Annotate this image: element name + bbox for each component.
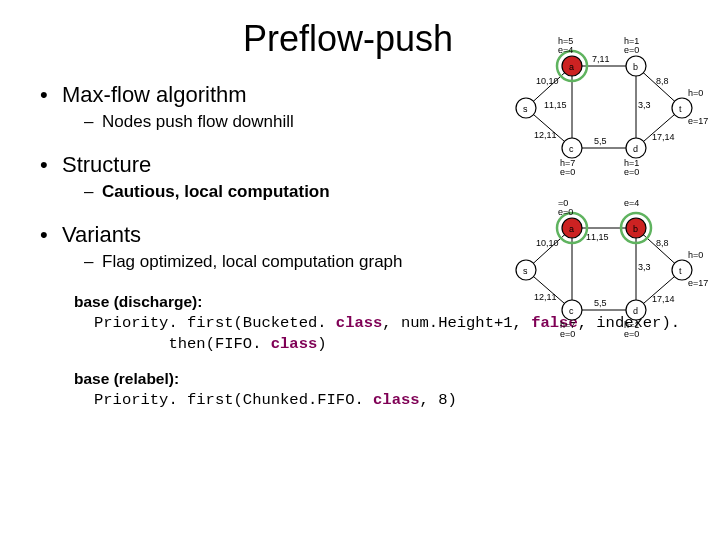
graph-lower: 10,10 12,11 11,15 5,5 8,8 17,14 3,3 s a … — [496, 198, 706, 338]
code-relabel: base (relabel): Priority. first(Chunked.… — [74, 369, 692, 411]
sub-text: Nodes push flow downhill — [102, 112, 294, 131]
node-label: e=0 — [624, 45, 639, 55]
node-label: e=0 — [624, 167, 639, 177]
edge-label: 17,14 — [652, 294, 675, 304]
node-s: s — [523, 104, 528, 114]
node-b: b — [633, 62, 638, 72]
node-label: e=17 — [688, 116, 708, 126]
edge-label: 5,5 — [594, 298, 607, 308]
node-d: d — [633, 144, 638, 154]
node-s: s — [523, 266, 528, 276]
svg-point-14 — [672, 98, 692, 118]
code-frag: , 8) — [420, 391, 457, 409]
edge-label: 5,5 — [594, 136, 607, 146]
svg-point-30 — [672, 260, 692, 280]
edge-label: 8,8 — [656, 238, 669, 248]
code-frag: Priority. first(Chunked.FIFO. — [94, 391, 373, 409]
edge-label: 3,3 — [638, 100, 651, 110]
node-label: e=17 — [688, 278, 708, 288]
bullet-text: Max-flow algorithm — [62, 82, 247, 107]
edge-label: 7,11 — [592, 54, 610, 64]
node-label: e=0 — [560, 329, 575, 339]
code-line: Priority. first(Chunked.FIFO. class, 8) — [94, 390, 692, 411]
node-a: a — [569, 224, 574, 234]
node-label: e=0 — [560, 167, 575, 177]
node-label: e=4 — [558, 45, 573, 55]
edge-label: 10,10 — [536, 238, 559, 248]
node-b: b — [633, 224, 638, 234]
edge-label: 8,8 — [656, 76, 669, 86]
node-c: c — [569, 306, 574, 316]
edge-label: 17,14 — [652, 132, 675, 142]
edge-label: 12,11 — [534, 130, 557, 140]
bullet-text: Variants — [62, 222, 141, 247]
node-label: e=0 — [624, 329, 639, 339]
edge-label: 11,15 — [544, 100, 567, 110]
code-frag: Priority. first(Bucketed. — [94, 314, 336, 332]
sub-text: Cautious, local computation — [102, 182, 330, 201]
node-label: e=0 — [558, 207, 573, 217]
code-keyword: class — [336, 314, 383, 332]
node-d: d — [633, 306, 638, 316]
edge-label: 12,11 — [534, 292, 557, 302]
code-keyword: class — [373, 391, 420, 409]
code-label: base (relabel): — [74, 370, 179, 387]
node-label: h=0 — [688, 250, 703, 260]
code-label: base (discharge): — [74, 293, 202, 310]
node-c: c — [569, 144, 574, 154]
code-frag: ) — [317, 335, 326, 353]
graph-upper: 10,10 12,11 7,11 5,5 8,8 17,14 3,3 11,15… — [496, 36, 706, 176]
edge-label: 11,15 — [586, 232, 609, 242]
code-keyword: class — [271, 335, 318, 353]
bullet-text: Structure — [62, 152, 151, 177]
edge-label: 10,10 — [536, 76, 559, 86]
sub-text: Flag optimized, local computation graph — [102, 252, 403, 271]
code-frag: then(FIFO. — [168, 335, 270, 353]
node-a: a — [569, 62, 574, 72]
node-label: e=4 — [624, 198, 639, 208]
edge-label: 3,3 — [638, 262, 651, 272]
node-label: h=0 — [688, 88, 703, 98]
